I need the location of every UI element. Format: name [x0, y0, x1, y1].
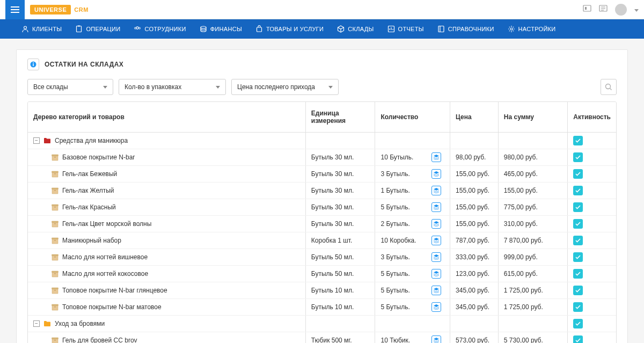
nav-warehouses[interactable]: СКЛАДЫ	[332, 19, 379, 39]
nav-goods[interactable]: ТОВАРЫ И УСЛУГИ	[250, 19, 329, 39]
item-qty: 5 Бутыль.	[380, 270, 409, 278]
box-icon	[52, 337, 58, 344]
svg-rect-52	[52, 338, 58, 339]
nav-directories[interactable]: СПРАВОЧНИКИ	[432, 19, 500, 39]
stock-detail-button[interactable]	[431, 219, 441, 229]
item-unit: Тюбик 500 мг.	[305, 332, 375, 344]
active-checkbox[interactable]	[573, 202, 583, 212]
svg-rect-3	[583, 5, 591, 11]
svg-rect-26	[54, 173, 56, 174]
navbar: КЛИЕНТЫ ОПЕРАЦИИ СОТРУДНИКИ ФИНАНСЫ ТОВА…	[0, 19, 644, 39]
check-icon	[575, 138, 581, 143]
check-icon	[575, 338, 581, 342]
nav-reports[interactable]: ОТЧЕТЫ	[382, 19, 429, 39]
logo[interactable]: UNIVERSE CRM	[30, 5, 89, 14]
th-active: Активность	[568, 102, 616, 133]
nav-label: СПРАВОЧНИКИ	[448, 26, 494, 32]
check-icon	[575, 188, 581, 193]
topbar-icon-1[interactable]	[583, 4, 591, 14]
svg-rect-32	[54, 207, 56, 208]
stock-detail-button[interactable]	[431, 202, 441, 212]
svg-rect-7	[77, 26, 82, 32]
item-sum: 155,00 руб.	[498, 183, 567, 199]
active-checkbox[interactable]	[573, 169, 583, 179]
item-row: Гель-лак Желтый Бутыль 30 мл. 1 Бутыль. …	[28, 183, 616, 199]
nav-finance[interactable]: ФИНАНСЫ	[194, 19, 247, 39]
check-icon	[575, 322, 581, 326]
item-unit: Бутыль 30 мл.	[305, 149, 375, 166]
search-button[interactable]	[601, 79, 617, 95]
collapse-toggle[interactable]: −	[33, 137, 40, 144]
svg-rect-25	[52, 171, 58, 173]
item-price: 573,00 руб.	[450, 332, 499, 344]
active-checkbox[interactable]	[573, 152, 583, 162]
stock-detail-button[interactable]	[431, 169, 441, 179]
search-icon	[605, 83, 612, 91]
item-name: Топовое покрытие N-bar матовое	[62, 303, 162, 311]
avatar[interactable]	[615, 4, 627, 16]
stock-detail-button[interactable]	[431, 252, 441, 262]
svg-rect-4	[585, 7, 587, 10]
check-icon	[575, 238, 581, 243]
info-icon	[30, 61, 36, 68]
stock-detail-button[interactable]	[431, 302, 441, 312]
stock-detail-button[interactable]	[431, 269, 441, 279]
clipboard-icon	[75, 25, 83, 33]
active-checkbox[interactable]	[573, 186, 583, 195]
qty-mode-select[interactable]: Кол-во в упаковках	[119, 79, 226, 95]
active-checkbox[interactable]	[573, 136, 583, 145]
topbar-icon-2[interactable]	[599, 4, 608, 14]
svg-rect-22	[52, 155, 58, 156]
category-row: − Средства для маникюра	[28, 133, 616, 149]
active-checkbox[interactable]	[573, 286, 583, 295]
stock-detail-button[interactable]	[431, 236, 441, 245]
active-checkbox[interactable]	[573, 252, 583, 262]
box-icon	[52, 187, 58, 194]
item-price: 333,00 руб.	[450, 249, 499, 266]
stock-detail-button[interactable]	[431, 286, 441, 295]
active-checkbox[interactable]	[573, 335, 583, 343]
active-checkbox[interactable]	[573, 219, 583, 229]
item-price: 98,00 руб.	[450, 149, 499, 166]
svg-rect-39	[52, 256, 58, 260]
gear-icon	[508, 25, 515, 33]
folder-icon	[43, 320, 51, 327]
item-name: Гель-лак Красный	[62, 203, 116, 211]
item-unit: Бутыль 30 мл.	[305, 183, 375, 199]
active-checkbox[interactable]	[573, 319, 583, 329]
info-badge	[27, 59, 39, 70]
nav-operations[interactable]: ОПЕРАЦИИ	[70, 19, 126, 39]
warehouse-select[interactable]: Все склады	[27, 79, 113, 95]
user-menu-caret[interactable]	[634, 5, 639, 13]
svg-rect-28	[52, 188, 58, 189]
svg-rect-8	[78, 26, 80, 27]
stock-detail-button[interactable]	[431, 152, 441, 162]
item-qty: 3 Бутыль.	[380, 170, 409, 178]
svg-rect-33	[52, 222, 58, 227]
active-checkbox[interactable]	[573, 236, 583, 245]
th-tree: Дерево категорий и товаров	[28, 102, 305, 133]
select-value: Цена последнего прихода	[237, 83, 315, 91]
nav-settings[interactable]: НАСТРОЙКИ	[502, 19, 561, 39]
active-checkbox[interactable]	[573, 269, 583, 279]
box-icon	[52, 237, 58, 244]
th-price: Цена	[450, 102, 499, 133]
active-checkbox[interactable]	[573, 302, 583, 312]
nav-staff[interactable]: СОТРУДНИКИ	[128, 19, 191, 39]
stock-detail-button[interactable]	[431, 186, 441, 195]
page-title: ОСТАТКИ НА СКЛАДАХ	[45, 61, 123, 68]
svg-rect-21	[52, 156, 58, 160]
layers-icon	[434, 155, 439, 160]
item-price: 155,00 руб.	[450, 183, 499, 199]
page-header: ОСТАТКИ НА СКЛАДАХ	[17, 50, 627, 79]
price-mode-select[interactable]: Цена последнего прихода	[231, 79, 339, 95]
collapse-toggle[interactable]: −	[33, 320, 40, 327]
item-price: 123,00 руб.	[450, 266, 499, 282]
logo-main: UNIVERSE	[30, 5, 71, 14]
nav-clients[interactable]: КЛИЕНТЫ	[16, 19, 67, 39]
menu-toggle[interactable]	[5, 0, 25, 19]
nav-label: СКЛАДЫ	[348, 26, 374, 32]
svg-rect-38	[54, 240, 56, 241]
coins-icon	[200, 25, 207, 33]
stock-detail-button[interactable]	[431, 335, 441, 343]
